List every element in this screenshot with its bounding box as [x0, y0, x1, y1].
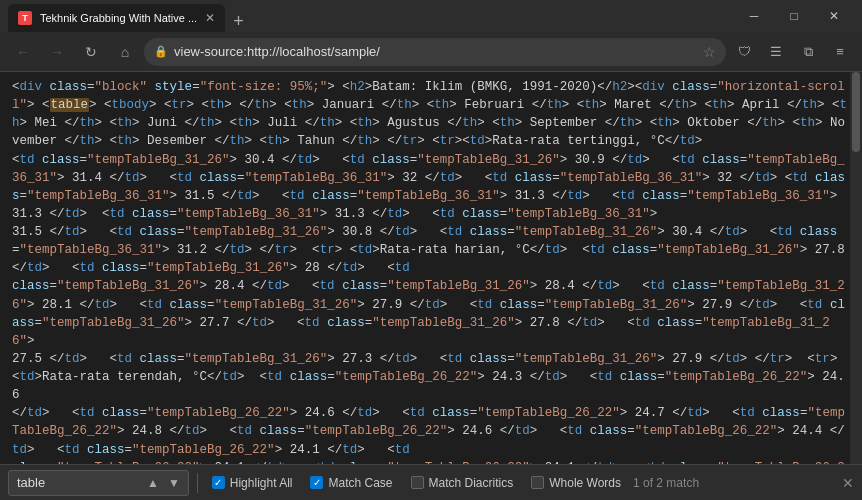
- find-prev-button[interactable]: ▲: [143, 474, 163, 492]
- source-line-6: </td> <td class="tempTableBg_26_22"> 24.…: [12, 404, 850, 458]
- whole-words-label: Whole Words: [549, 476, 621, 490]
- forward-button[interactable]: →: [42, 37, 72, 67]
- match-case-checkbox[interactable]: ✓: [310, 476, 323, 489]
- highlight-all-option[interactable]: ✓ Highlight All: [206, 470, 299, 496]
- tab-close-icon[interactable]: ✕: [205, 11, 215, 25]
- browser-view-button[interactable]: ⧉: [794, 38, 822, 66]
- back-button[interactable]: ←: [8, 37, 38, 67]
- collections-button[interactable]: ☰: [762, 38, 790, 66]
- vertical-scrollbar[interactable]: [850, 72, 862, 464]
- source-line-5: 27.5 </td> <td class="tempTableBg_31_26"…: [12, 350, 850, 404]
- window-controls: ─ □ ✕: [734, 0, 854, 32]
- new-tab-button[interactable]: +: [225, 11, 252, 32]
- match-diacritics-label: Match Diacritics: [429, 476, 514, 490]
- source-line-7: class="tempTableBg_26_22"> 24.1 </td> <t…: [12, 459, 850, 464]
- match-diacritics-checkbox[interactable]: [411, 476, 424, 489]
- tab-title: Tekhnik Grabbing With Native ...: [40, 12, 197, 24]
- source-line-1: <div class="block" style="font-size: 95%…: [12, 78, 850, 151]
- whole-words-checkbox[interactable]: [531, 476, 544, 489]
- source-content: <div class="block" style="font-size: 95%…: [0, 72, 862, 464]
- match-case-label: Match Case: [328, 476, 392, 490]
- tab-active[interactable]: T Tekhnik Grabbing With Native ... ✕: [8, 4, 225, 32]
- address-bar[interactable]: 🔒 view-source:http://localhost/sample/ ☆: [144, 38, 726, 66]
- find-bar: ▲ ▼ ✓ Highlight All ✓ Match Case Match D…: [0, 464, 862, 500]
- find-input-wrap[interactable]: ▲ ▼: [8, 470, 189, 496]
- find-separator-1: [197, 473, 198, 493]
- find-count: 1 of 2 match: [633, 476, 699, 490]
- close-button[interactable]: ✕: [814, 0, 854, 32]
- source-line-3: 31.5 </td> <td class="tempTableBg_31_26"…: [12, 223, 850, 277]
- lock-icon: 🔒: [154, 45, 168, 58]
- bookmark-icon[interactable]: ☆: [703, 44, 716, 60]
- menu-button[interactable]: ≡: [826, 38, 854, 66]
- maximize-button[interactable]: □: [774, 0, 814, 32]
- source-line-2: <td class="tempTableBg_31_26"> 30.4 </td…: [12, 151, 850, 224]
- match-case-option[interactable]: ✓ Match Case: [304, 470, 398, 496]
- tab-favicon: T: [18, 11, 32, 25]
- find-close-button[interactable]: ✕: [842, 475, 854, 491]
- scrollbar-thumb[interactable]: [852, 72, 860, 152]
- find-input[interactable]: [9, 475, 139, 490]
- title-bar: T Tekhnik Grabbing With Native ... ✕ + ─…: [0, 0, 862, 32]
- highlight-all-checkbox[interactable]: ✓: [212, 476, 225, 489]
- highlight-all-label: Highlight All: [230, 476, 293, 490]
- match-diacritics-option[interactable]: Match Diacritics: [405, 470, 520, 496]
- home-button[interactable]: ⌂: [110, 37, 140, 67]
- nav-bar: ← → ↻ ⌂ 🔒 view-source:http://localhost/s…: [0, 32, 862, 72]
- reload-button[interactable]: ↻: [76, 37, 106, 67]
- find-arrows: ▲ ▼: [139, 474, 188, 492]
- address-actions: ☆: [703, 44, 716, 60]
- nav-right: 🛡 ☰ ⧉ ≡: [730, 38, 854, 66]
- shield-button[interactable]: 🛡: [730, 38, 758, 66]
- minimize-button[interactable]: ─: [734, 0, 774, 32]
- find-next-button[interactable]: ▼: [164, 474, 184, 492]
- address-text: view-source:http://localhost/sample/: [174, 44, 697, 59]
- whole-words-option[interactable]: Whole Words: [525, 470, 627, 496]
- tab-area: T Tekhnik Grabbing With Native ... ✕ +: [8, 0, 734, 32]
- source-line-4: class="tempTableBg_31_26"> 28.4 </td> <t…: [12, 277, 850, 350]
